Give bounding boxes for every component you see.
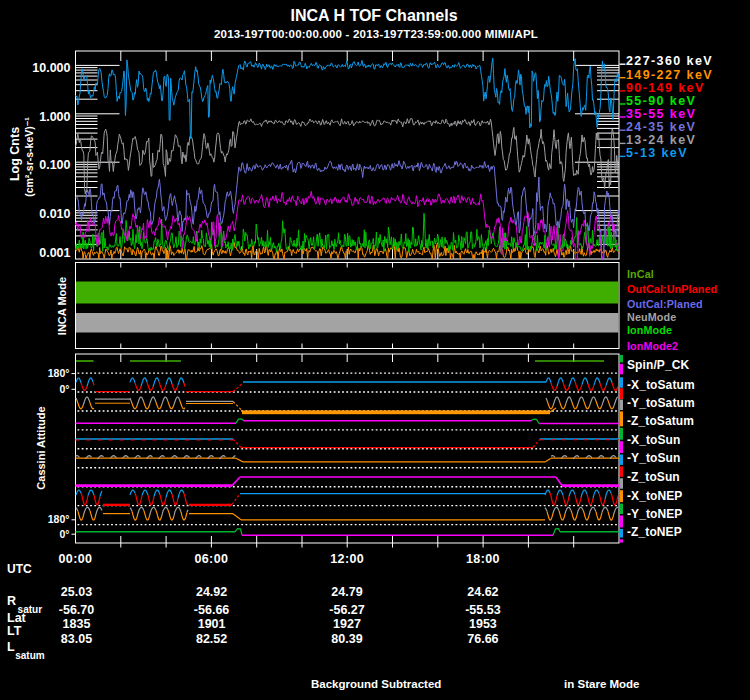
svg-text:-X_toSun: -X_toSun [627, 433, 680, 447]
svg-text:10.000: 10.000 [32, 61, 70, 75]
svg-text:Spin/P_CK: Spin/P_CK [627, 358, 689, 372]
svg-text:0.100: 0.100 [39, 158, 70, 172]
svg-text:in Stare Mode: in Stare Mode [564, 678, 639, 690]
svg-text:LT: LT [7, 624, 22, 638]
svg-text:-56.27: -56.27 [329, 603, 364, 617]
svg-text:0°: 0° [59, 528, 69, 540]
svg-text:-56.66: -56.66 [194, 603, 229, 617]
svg-text:00:00: 00:00 [59, 552, 93, 566]
svg-text:06:00: 06:00 [194, 552, 228, 566]
svg-text:Cassini Attitude: Cassini Attitude [35, 406, 47, 489]
svg-text:83.05: 83.05 [61, 632, 92, 646]
svg-text:13-24 keV: 13-24 keV [626, 133, 696, 147]
svg-text:80.39: 80.39 [331, 632, 362, 646]
svg-text:InCal: InCal [627, 268, 654, 280]
svg-text:UTC: UTC [7, 562, 32, 576]
svg-text:-Z_toNEP: -Z_toNEP [627, 525, 682, 539]
svg-text:1953: 1953 [469, 617, 497, 631]
svg-text:180°: 180° [48, 367, 70, 379]
svg-text:180°: 180° [48, 513, 70, 525]
svg-text:82.52: 82.52 [196, 632, 227, 646]
svg-text:-X_toNEP: -X_toNEP [627, 489, 682, 503]
svg-text:NeuMode: NeuMode [627, 311, 676, 323]
svg-text:-Y_toNEP: -Y_toNEP [627, 507, 682, 521]
svg-text:satum: satum [15, 650, 45, 661]
svg-text:0.001: 0.001 [39, 246, 70, 260]
svg-text:-Y_toSun: -Y_toSun [627, 451, 680, 465]
svg-text:IonMode: IonMode [627, 324, 672, 336]
svg-text:149-227 keV: 149-227 keV [626, 68, 713, 82]
svg-text:55-90 keV: 55-90 keV [626, 94, 696, 108]
svg-text:1.000: 1.000 [39, 110, 70, 124]
svg-text:OutCal:UnPlaned: OutCal:UnPlaned [627, 283, 717, 295]
svg-text:12:00: 12:00 [330, 552, 364, 566]
svg-text:1835: 1835 [63, 617, 91, 631]
svg-text:35-55 keV: 35-55 keV [626, 107, 696, 121]
svg-text:-55.53: -55.53 [465, 603, 500, 617]
svg-text:24.79: 24.79 [331, 585, 362, 599]
svg-text:Log Cnts: Log Cnts [8, 127, 22, 181]
svg-text:76.66: 76.66 [467, 632, 498, 646]
svg-text:24.92: 24.92 [196, 585, 227, 599]
svg-text:IonMode2: IonMode2 [627, 340, 678, 352]
svg-text:Lat: Lat [7, 611, 27, 625]
svg-text:90-149 keV: 90-149 keV [626, 81, 705, 95]
svg-text:2013-197T00:00:00.000 - 2013-1: 2013-197T00:00:00.000 - 2013-197T23:59:0… [214, 28, 538, 40]
svg-text:INCA H TOF Channels: INCA H TOF Channels [290, 7, 457, 24]
svg-text:1901: 1901 [198, 617, 226, 631]
svg-text:INCA Mode: INCA Mode [56, 277, 68, 335]
svg-text:-Z_toSatum: -Z_toSatum [627, 414, 694, 428]
svg-text:-Z_toSun: -Z_toSun [627, 470, 680, 484]
svg-text:Background Subtracted: Background Subtracted [311, 678, 441, 690]
svg-text:0°: 0° [59, 383, 69, 395]
svg-text:25.03: 25.03 [61, 585, 92, 599]
svg-text:R: R [7, 594, 16, 608]
svg-text:-X_toSatum: -X_toSatum [627, 378, 695, 392]
svg-text:1927: 1927 [333, 617, 361, 631]
svg-text:5-13 keV: 5-13 keV [626, 146, 688, 160]
svg-text:24-35 keV: 24-35 keV [626, 120, 696, 134]
svg-text:0.010: 0.010 [39, 207, 70, 221]
svg-text:227-360 keV: 227-360 keV [626, 54, 713, 68]
svg-text:24.62: 24.62 [467, 585, 498, 599]
svg-text:OutCal:Planed: OutCal:Planed [627, 298, 703, 310]
svg-text:-Y_toSatum: -Y_toSatum [627, 396, 695, 410]
svg-text:L: L [7, 640, 15, 654]
svg-text:18:00: 18:00 [466, 552, 500, 566]
svg-text:(cm²-sr-s-keV)⁻¹: (cm²-sr-s-keV)⁻¹ [23, 117, 35, 197]
svg-text:-56.70: -56.70 [59, 603, 94, 617]
